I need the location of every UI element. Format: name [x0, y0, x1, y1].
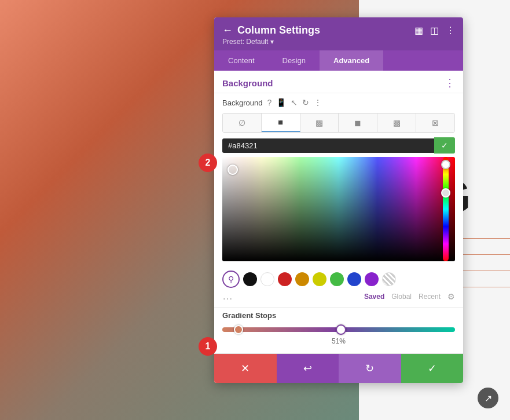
swatch-red[interactable]	[278, 272, 292, 286]
swatches-row: ⚲	[214, 267, 463, 289]
eyedropper-icon: ⚲	[228, 275, 234, 284]
eyedropper-button[interactable]: ⚲	[222, 271, 240, 288]
gradient-bg-icon: ◼	[354, 118, 361, 127]
help-icon[interactable]: ?	[267, 98, 271, 107]
tab-content[interactable]: Content	[214, 50, 269, 71]
gradient-stops-section: Gradient Stops 51%	[214, 307, 463, 353]
pattern-bg-icon: ⊠	[432, 118, 439, 127]
panel-footer: ✕ ↩ ↻ ✓	[214, 353, 463, 383]
cursor-icon[interactable]: ↖	[291, 98, 298, 107]
panel-body: Background ⋮ Background ? 📱 ↖ ↻ ⋮ ∅ ◾ ▩ …	[214, 71, 463, 353]
bg-tab-image[interactable]: ▩	[300, 114, 339, 132]
hue-slider[interactable]	[441, 157, 450, 261]
split-icon[interactable]: ◫	[430, 25, 439, 36]
bg-label: Background	[222, 98, 262, 107]
section-menu-icon[interactable]: ⋮	[445, 76, 455, 89]
gradient-stops-label: Gradient Stops	[222, 311, 455, 320]
step-badge-1: 1	[199, 337, 217, 356]
undo-icon[interactable]: ↻	[302, 98, 309, 107]
gradient-thumb-mid[interactable]	[336, 324, 346, 335]
global-tab[interactable]: Global	[391, 293, 412, 301]
recent-tab[interactable]: Recent	[419, 293, 441, 301]
hex-confirm-button[interactable]: ✓	[434, 137, 455, 154]
more-icon[interactable]: ⋮	[446, 25, 455, 36]
mobile-icon[interactable]: 📱	[276, 98, 286, 107]
swatch-purple[interactable]	[365, 272, 379, 286]
color-picker-wrapper: ✓	[214, 137, 463, 267]
confirm-button[interactable]: ✓	[401, 354, 464, 383]
more-ctrl-icon[interactable]: ⋮	[314, 98, 322, 107]
bg-type-tabs: ∅ ◾ ▩ ◼ ▩ ⊠	[222, 113, 455, 133]
swatch-green[interactable]	[330, 272, 344, 286]
panel-title: Column Settings	[237, 24, 320, 36]
swatch-yellow[interactable]	[313, 272, 326, 286]
reset-button[interactable]: ↩	[277, 354, 339, 383]
panel-header: ← Column Settings ▦ ◫ ⋮ Preset: Default …	[214, 17, 463, 50]
header-icons: ▦ ◫ ⋮	[414, 25, 455, 36]
section-title: Background	[222, 78, 273, 88]
saved-row: … Saved Global Recent ⚙	[214, 289, 463, 307]
hue-slider-handle[interactable]	[441, 188, 450, 198]
expand-icon[interactable]: ▦	[414, 25, 423, 36]
gradient-slider[interactable]	[222, 324, 455, 335]
section-header: Background ⋮	[214, 71, 463, 93]
more-dots[interactable]: …	[222, 290, 234, 302]
panel-tabs: Content Design Advanced	[214, 50, 463, 71]
tab-advanced[interactable]: Advanced	[320, 50, 383, 71]
color-bg-icon: ◾	[276, 118, 285, 127]
no-bg-icon: ∅	[239, 118, 245, 127]
color-gradient-canvas[interactable]	[222, 157, 455, 261]
swatch-blue[interactable]	[347, 272, 361, 286]
hue-slider-track	[443, 157, 449, 261]
swatch-black[interactable]	[243, 272, 257, 286]
bg-tab-color[interactable]: ◾	[262, 114, 300, 132]
step-badge-2: 2	[199, 154, 217, 172]
bg-tab-pattern[interactable]: ⊠	[416, 114, 454, 132]
cancel-button[interactable]: ✕	[214, 354, 277, 383]
tab-design[interactable]: Design	[269, 50, 320, 71]
hex-input[interactable]	[228, 141, 274, 150]
bg-tab-video[interactable]: ▩	[377, 114, 416, 132]
gradient-thumb-left[interactable]	[234, 325, 243, 334]
bg-tab-none[interactable]: ∅	[223, 114, 262, 132]
redo-button[interactable]: ↻	[339, 354, 401, 383]
preset-label[interactable]: Preset: Default ▾	[222, 38, 455, 46]
video-bg-icon: ▩	[393, 118, 401, 127]
corner-icon[interactable]: ↗	[478, 388, 498, 408]
settings-icon[interactable]: ⚙	[447, 292, 455, 301]
gradient-percent: 51%	[222, 337, 455, 345]
corner-arrow-icon: ↗	[485, 393, 492, 404]
image-bg-icon: ▩	[315, 118, 323, 127]
bg-tab-gradient[interactable]: ◼	[339, 114, 377, 132]
saved-tab[interactable]: Saved	[364, 293, 384, 301]
color-picker-handle[interactable]	[228, 165, 238, 175]
bg-controls-row: Background ? 📱 ↖ ↻ ⋮	[214, 93, 463, 111]
hue-slider-handle-top[interactable]	[441, 160, 450, 169]
hex-row: ✓	[222, 137, 455, 154]
swatch-orange[interactable]	[295, 272, 309, 286]
back-button[interactable]: ←	[222, 24, 233, 36]
hex-input-wrap	[222, 138, 434, 153]
swatch-white[interactable]	[260, 272, 274, 286]
swatch-transparent[interactable]	[382, 272, 396, 286]
column-settings-panel: ← Column Settings ▦ ◫ ⋮ Preset: Default …	[214, 17, 463, 383]
